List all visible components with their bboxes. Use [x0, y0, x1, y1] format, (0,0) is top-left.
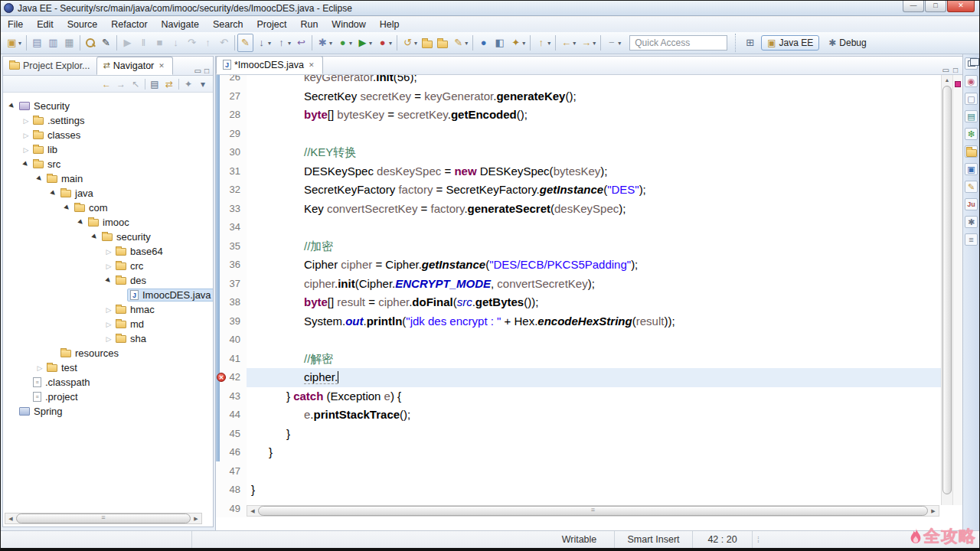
line-number[interactable]: 31 — [216, 162, 247, 181]
line-number[interactable]: 35 — [216, 237, 247, 256]
code-text[interactable]: byte[] result = cipher.doFinal(src.getBy… — [247, 293, 941, 312]
forward-history-icon[interactable]: →▾ — [578, 34, 598, 52]
print-icon[interactable]: ▦ — [61, 34, 77, 52]
expand-icon[interactable]: ▷ — [21, 132, 31, 139]
line-number[interactable]: 39 — [216, 312, 247, 331]
editor-vscrollbar[interactable]: ▲ — [941, 75, 952, 505]
menu-project[interactable]: Project — [250, 18, 294, 31]
tree-item-md[interactable]: ▷md — [3, 317, 213, 331]
menu-search[interactable]: Search — [206, 18, 250, 31]
palette-view-icon[interactable]: ◉ — [965, 75, 978, 87]
new-wizard-icon[interactable]: ▣▾ — [4, 34, 24, 52]
menu-edit[interactable]: Edit — [30, 18, 60, 31]
line-number[interactable]: 30 — [216, 143, 247, 162]
menu-window[interactable]: Window — [325, 18, 372, 31]
tree-item-java[interactable]: ▶java — [3, 186, 213, 201]
new-window-view-icon[interactable]: ▢ — [965, 93, 978, 105]
new-servlet-icon[interactable]: ✦▾ — [508, 34, 528, 52]
coverage-icon[interactable]: ●▾ — [374, 34, 394, 52]
close-editor-tab-icon[interactable]: ✕ — [307, 60, 316, 70]
dropdown-arrow-icon[interactable]: ▾ — [465, 40, 468, 47]
tab-navigator[interactable]: ⇄ Navigator ✕ — [96, 57, 173, 75]
scroll-right-icon[interactable]: ▶ — [928, 508, 939, 514]
tasks-view-icon[interactable]: ✎ — [965, 181, 978, 193]
code-text[interactable] — [247, 125, 941, 144]
line-number[interactable]: 41 — [216, 350, 247, 369]
resume-icon[interactable]: ▶ — [119, 34, 136, 52]
suspend-icon[interactable]: ‖ — [136, 34, 152, 52]
code-text[interactable]: //加密 — [247, 237, 941, 256]
forward-icon[interactable]: → — [116, 79, 126, 90]
line-number[interactable]: 48 — [216, 481, 247, 500]
tree-item-security[interactable]: ▶Security — [3, 99, 213, 113]
line-number[interactable]: 40 — [216, 331, 247, 350]
new-java-element-icon[interactable]: ✱▾ — [315, 34, 335, 52]
code-text[interactable]: } catch (Exception e) { — [247, 387, 941, 406]
perspective-java-ee-button[interactable]: ▣ Java EE — [761, 35, 819, 51]
tab-imoocdes-java[interactable]: J *ImoocDES.java ✕ — [216, 56, 323, 74]
pin-editor-icon[interactable]: −▾ — [603, 34, 623, 52]
close-tab-icon[interactable]: ✕ — [157, 61, 166, 70]
step-into-icon[interactable]: ↓ — [168, 34, 184, 52]
code-text[interactable]: } — [247, 443, 941, 462]
tree-item-hmac[interactable]: ▷hmac — [3, 302, 213, 317]
menu-run[interactable]: Run — [293, 18, 325, 31]
expand-icon[interactable]: ▷ — [35, 364, 44, 372]
menu-source[interactable]: Source — [60, 18, 105, 31]
debug-icon[interactable]: ●▾ — [335, 34, 354, 52]
line-number[interactable]: 46 — [216, 443, 247, 462]
link-with-editor-icon[interactable]: ⇄ — [164, 79, 175, 90]
package-up-icon[interactable]: ↑▾ — [533, 34, 553, 52]
maximize-editor-icon[interactable]: □ — [953, 66, 958, 74]
code-text[interactable]: byte[] bytesKey = secretKey.getEncoded()… — [247, 106, 941, 125]
tree-item-base64[interactable]: ▷base64 — [3, 244, 213, 259]
tree-item-src[interactable]: ▶src — [3, 157, 213, 171]
scroll-left-icon[interactable]: ◀ — [247, 508, 258, 514]
error-badge-icon[interactable]: ✕ — [217, 373, 226, 382]
open-perspective-icon[interactable]: ⊞ — [742, 34, 758, 52]
tree-item-spring[interactable]: Spring — [3, 404, 213, 419]
tree-item-main[interactable]: ▶main — [3, 171, 213, 186]
import-folder-icon[interactable] — [435, 34, 450, 52]
step-over-icon[interactable]: ↷ — [184, 34, 200, 52]
code-text[interactable]: } — [247, 425, 941, 444]
minimize-editor-icon[interactable]: ▭ — [942, 66, 949, 74]
expand-icon[interactable]: ▷ — [104, 248, 113, 256]
dropdown-arrow-icon[interactable]: ▾ — [329, 40, 332, 47]
dropdown-arrow-icon[interactable]: ▾ — [369, 40, 372, 47]
line-number[interactable]: 28 — [216, 106, 247, 125]
tree-item-imooc[interactable]: ▶imooc — [3, 215, 213, 230]
code-text[interactable]: } — [247, 481, 941, 500]
scrollbar-thumb[interactable] — [258, 506, 928, 516]
editor-hscrollbar[interactable]: ◀ ▶ — [247, 505, 939, 517]
tree-item-imoocdesjava[interactable]: JImoocDES.java — [3, 288, 213, 302]
tree-item-security[interactable]: ▶security — [3, 230, 213, 244]
expand-icon[interactable]: ▷ — [104, 335, 113, 343]
tree-item-classes[interactable]: ▷classes — [3, 128, 213, 142]
minimize-view-icon[interactable]: ▭ — [194, 67, 201, 75]
line-number[interactable]: 27 — [216, 87, 247, 106]
expand-icon[interactable]: ▷ — [104, 262, 113, 270]
terminate-icon[interactable]: ■ — [152, 34, 168, 52]
line-number[interactable]: 42✕ — [216, 368, 247, 387]
dropdown-arrow-icon[interactable]: ▾ — [547, 40, 550, 47]
scrollbar-thumb[interactable] — [16, 514, 191, 523]
run-icon[interactable]: ▶▾ — [354, 34, 374, 52]
line-number[interactable]: 44 — [216, 406, 247, 425]
dropdown-arrow-icon[interactable]: ▾ — [389, 40, 392, 47]
line-number[interactable]: 32 — [216, 181, 247, 200]
code-text[interactable]: //解密 — [247, 350, 941, 369]
maximize-view-icon[interactable]: □ — [204, 67, 209, 75]
line-number[interactable]: 33 — [216, 200, 247, 219]
console-view-icon[interactable]: ▣ — [965, 163, 978, 175]
dropdown-arrow-icon[interactable]: ▾ — [593, 40, 596, 47]
line-number[interactable]: 37 — [216, 275, 247, 294]
refresh-icon[interactable]: ↺▾ — [400, 34, 420, 52]
open-folder-icon[interactable] — [420, 34, 435, 52]
outline-view-icon[interactable]: ≡ — [965, 233, 978, 246]
drop-frame-icon[interactable]: ↶ — [216, 34, 232, 52]
tree-item-test[interactable]: ▷test — [3, 360, 213, 375]
minimize-button[interactable]: — — [903, 1, 924, 12]
javadoc-pen-icon[interactable]: ✎ — [98, 34, 114, 52]
menu-file[interactable]: File — [1, 18, 30, 31]
